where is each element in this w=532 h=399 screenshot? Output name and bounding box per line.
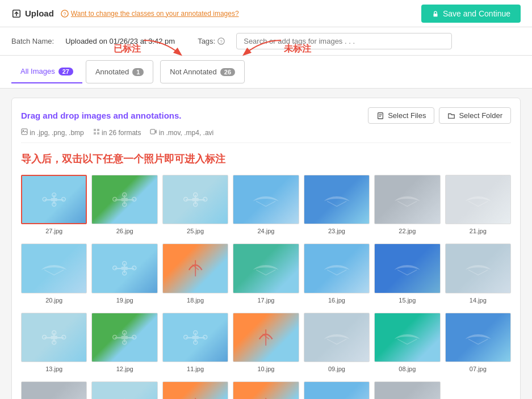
tab-not-annotated[interactable]: Not Annotated 26 (160, 60, 245, 83)
select-files-label: Select Files (388, 111, 426, 120)
select-folder-button[interactable]: Select Folder (439, 107, 511, 124)
svg-text:?: ? (220, 39, 223, 44)
image-grid: 27.jpg 26.jpg 25.jpg 24.jpg 23.jpg 22.jp (21, 175, 511, 399)
upload-icon (11, 9, 22, 19)
tab-annotated[interactable]: Annotated 1 (86, 60, 153, 83)
image-item[interactable]: 04.jpg (162, 381, 228, 399)
format-video: in .mov, .mp4, .avi (150, 128, 213, 137)
upload-title: Upload (11, 9, 54, 19)
image-label: 26.jpg (116, 228, 133, 234)
image-format-icon (21, 128, 28, 135)
tags-input[interactable] (236, 33, 452, 49)
image-item[interactable]: 25.jpg (162, 175, 228, 234)
image-label: 09.jpg (328, 366, 345, 372)
svg-rect-16 (150, 129, 155, 134)
image-label: 20.jpg (45, 297, 62, 304)
image-label: 21.jpg (470, 228, 487, 234)
svg-rect-7 (378, 112, 383, 119)
image-item[interactable]: 19.jpg (91, 243, 157, 303)
image-label: 13.jpg (45, 366, 62, 372)
image-item[interactable]: 06.jpg (21, 381, 87, 399)
image-thumb-box (233, 313, 299, 362)
image-thumb-box (91, 175, 157, 224)
svg-rect-14 (94, 132, 96, 135)
svg-rect-15 (97, 132, 99, 135)
image-item[interactable]: 11.jpg (162, 313, 228, 372)
image-thumb-box (304, 381, 370, 399)
save-continue-button[interactable]: Save and Continue (421, 5, 521, 23)
tab-all-images[interactable]: All Images 27 (11, 60, 82, 83)
image-label: 27.jpg (45, 228, 62, 234)
image-label: 24.jpg (258, 228, 275, 234)
tab-not-annotated-badge: 26 (220, 68, 235, 76)
batch-row: Batch Name: Uploaded on 01/26/23 at 3:42… (0, 27, 532, 56)
image-thumb-box (91, 243, 157, 293)
svg-rect-13 (97, 129, 99, 131)
image-item[interactable]: 26.jpg (91, 175, 157, 234)
video-icon (150, 128, 157, 135)
image-item[interactable]: 08.jpg (374, 313, 440, 372)
tab-not-annotated-label: Not Annotated (170, 68, 216, 76)
image-label: 23.jpg (328, 228, 345, 234)
image-item[interactable]: 02.jpg (304, 381, 370, 399)
image-thumb-box (162, 175, 228, 224)
upload-zone: Drag and drop images and annotations. Se… (11, 98, 521, 399)
svg-point-42 (132, 266, 136, 270)
image-label: 11.jpg (187, 366, 204, 372)
image-item[interactable]: 05.jpg (91, 381, 157, 399)
tags-label: Tags: ? (198, 37, 225, 45)
image-item[interactable]: 13.jpg (21, 313, 87, 372)
image-item[interactable]: 10.jpg (233, 313, 299, 372)
image-label: 14.jpg (470, 297, 487, 304)
image-item[interactable]: 07.jpg (445, 313, 511, 372)
svg-point-28 (132, 198, 136, 201)
image-thumb-box (304, 175, 370, 224)
image-item[interactable]: 12.jpg (91, 313, 157, 372)
upload-label: Upload (25, 9, 54, 18)
image-item[interactable]: 24.jpg (233, 175, 299, 234)
image-label: 18.jpg (187, 297, 204, 304)
image-item[interactable]: 03.jpg (233, 381, 299, 399)
file-actions: Select Files Select Folder (368, 107, 511, 124)
image-item[interactable]: 09.jpg (304, 313, 370, 372)
image-item[interactable]: 27.jpg (21, 175, 87, 234)
image-label: 08.jpg (399, 366, 416, 372)
drag-drop-text: Drag and drop images and annotations. (21, 111, 182, 120)
file-icon (376, 112, 384, 120)
image-item[interactable]: 01.jpg (374, 381, 440, 399)
image-thumb-box (233, 243, 299, 293)
image-thumb-box (304, 313, 370, 362)
image-label: 12.jpg (116, 366, 133, 372)
image-item[interactable]: 21.jpg (445, 175, 511, 234)
select-folder-label: Select Folder (459, 111, 502, 120)
tab-annotated-badge: 1 (132, 68, 144, 76)
image-item[interactable]: 23.jpg (304, 175, 370, 234)
image-thumb-box (445, 313, 511, 362)
save-continue-label: Save and Continue (443, 9, 510, 18)
image-thumb-box (91, 381, 157, 399)
image-item[interactable]: 14.jpg (445, 243, 511, 303)
image-thumb-box (374, 175, 440, 224)
image-item[interactable]: 18.jpg (162, 243, 228, 303)
upload-zone-header: Drag and drop images and annotations. Se… (21, 107, 511, 124)
image-label: 17.jpg (258, 297, 275, 304)
folder-icon (447, 112, 455, 120)
image-item[interactable]: 16.jpg (304, 243, 370, 303)
tabs-row: All Images 27 Annotated 1 Not Annotated … (0, 56, 532, 89)
image-label: 16.jpg (328, 297, 345, 304)
svg-point-41 (113, 266, 117, 270)
image-item[interactable]: 15.jpg (374, 243, 440, 303)
image-item[interactable]: 20.jpg (21, 243, 87, 303)
tags-help-icon: ? (217, 37, 225, 45)
image-item[interactable]: 22.jpg (374, 175, 440, 234)
svg-point-27 (113, 198, 117, 201)
batch-name-value: Uploaded on 01/26/23 at 3:42 pm (65, 37, 175, 45)
image-item[interactable]: 17.jpg (233, 243, 299, 303)
select-files-button[interactable]: Select Files (368, 107, 434, 124)
image-thumb-box (233, 381, 299, 399)
warning-text[interactable]: Want to change the classes on your annot… (71, 10, 239, 18)
image-label: 10.jpg (258, 366, 275, 372)
image-thumb-box (21, 175, 87, 224)
svg-text:?: ? (63, 11, 66, 16)
image-thumb-box (233, 175, 299, 224)
